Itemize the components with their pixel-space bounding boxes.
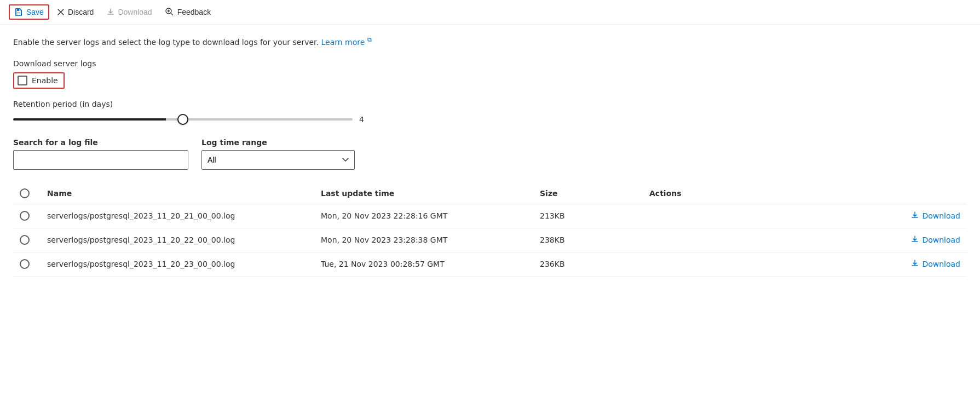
download-icon-2 [911,259,919,269]
external-link-icon: ⧉ [367,36,372,43]
download-server-logs-label: Download server logs [13,59,967,68]
feedback-button[interactable]: Feedback [160,4,216,20]
slider-row: 4 [13,114,967,125]
table-row: serverlogs/postgresql_2023_11_20_21_00_0… [13,204,967,228]
row-radio-0[interactable] [20,211,30,221]
row-radio-2[interactable] [20,259,30,269]
log-time-range-label: Log time range [201,138,355,147]
download-button-2[interactable]: Download [911,259,960,269]
save-label: Save [26,8,44,16]
table-header-row: Name Last update time Size Actions [13,183,967,204]
search-input[interactable] [13,150,188,170]
row-radio-cell [13,204,41,228]
feedback-label: Feedback [177,8,211,16]
toggle-checkbox[interactable] [18,76,27,85]
row-time-1: Mon, 20 Nov 2023 23:28:38 GMT [314,228,533,252]
enable-toggle[interactable]: Enable [13,72,65,89]
retention-value: 4 [359,115,370,124]
log-table: Name Last update time Size Actions serve… [13,183,967,277]
col-header-size: Size [533,183,643,204]
row-actions-2: Download [643,252,967,276]
search-filter-row: Search for a log file Log time range All… [13,138,967,170]
download-toolbar-icon [107,8,114,16]
row-size-1: 238KB [533,228,643,252]
slider-wrapper [13,114,353,125]
save-button[interactable]: Save [9,4,49,20]
row-actions-0: Download [643,204,967,228]
main-content: Enable the server logs and select the lo… [0,25,980,288]
discard-button[interactable]: Discard [51,4,99,20]
row-actions-1: Download [643,228,967,252]
download-icon-0 [911,211,919,221]
discard-icon [57,8,65,16]
col-header-name: Name [41,183,314,204]
table-row: serverlogs/postgresql_2023_11_20_23_00_0… [13,252,967,276]
toolbar: Save Discard Download Feedback [0,0,980,25]
row-radio-1[interactable] [20,235,30,245]
row-name-0: serverlogs/postgresql_2023_11_20_21_00_0… [41,204,314,228]
row-name-2: serverlogs/postgresql_2023_11_20_23_00_0… [41,252,314,276]
row-name-1: serverlogs/postgresql_2023_11_20_22_00_0… [41,228,314,252]
save-icon [14,8,23,16]
row-size-2: 236KB [533,252,643,276]
log-time-range-select[interactable]: All Last 1 hour Last 6 hours Last 12 hou… [201,150,355,170]
header-radio[interactable] [20,188,30,198]
col-header-select [13,183,41,204]
feedback-icon [165,8,174,16]
enable-label: Enable [32,76,58,85]
retention-section: Retention period (in days) 4 [13,100,967,125]
learn-more-link[interactable]: Learn more ⧉ [321,38,372,47]
row-radio-cell [13,252,41,276]
retention-slider[interactable] [13,118,353,121]
search-label: Search for a log file [13,138,188,147]
download-toolbar-label: Download [118,8,152,16]
download-icon-1 [911,235,919,245]
filter-group: Log time range All Last 1 hour Last 6 ho… [201,138,355,170]
row-radio-cell [13,228,41,252]
enable-toggle-row: Enable [13,72,967,89]
download-label-0: Download [922,211,960,220]
download-button-0[interactable]: Download [911,211,960,221]
row-size-0: 213KB [533,204,643,228]
col-header-time: Last update time [314,183,533,204]
row-time-0: Mon, 20 Nov 2023 22:28:16 GMT [314,204,533,228]
description-text: Enable the server logs and select the lo… [13,36,967,48]
download-label-1: Download [922,236,960,244]
search-group: Search for a log file [13,138,188,170]
col-header-actions: Actions [643,183,967,204]
discard-label: Discard [68,8,94,16]
download-button-1[interactable]: Download [911,235,960,245]
row-time-2: Tue, 21 Nov 2023 00:28:57 GMT [314,252,533,276]
download-toolbar-button[interactable]: Download [101,4,157,20]
table-row: serverlogs/postgresql_2023_11_20_22_00_0… [13,228,967,252]
download-label-2: Download [922,260,960,268]
retention-label: Retention period (in days) [13,100,967,108]
